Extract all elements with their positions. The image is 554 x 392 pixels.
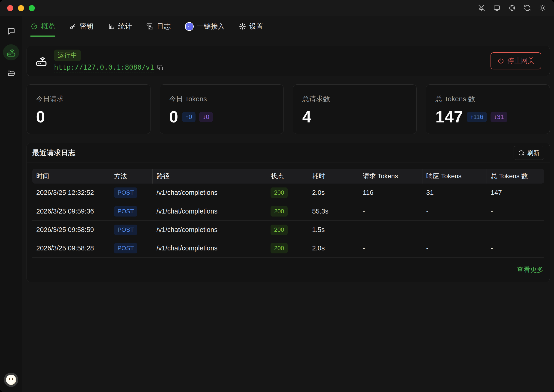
cell-prompt-tokens: 116 <box>359 183 422 202</box>
refresh-button[interactable]: 刷新 <box>514 146 544 160</box>
key-icon <box>69 23 76 30</box>
cell-prompt-tokens: - <box>359 220 422 239</box>
tab-quick-connect[interactable]: >_ 一键接入 <box>184 16 225 37</box>
sidebar-item-gateway[interactable] <box>3 44 19 60</box>
stat-label: 总 Tokens 数 <box>435 94 540 104</box>
logs-table: 时间 方法 路径 状态 耗时 请求 Tokens 响应 Tokens 总 Tok… <box>32 169 544 258</box>
stat-label: 今日请求 <box>36 94 141 104</box>
folder-open-icon <box>7 69 15 78</box>
status-code-badge: 200 <box>271 243 287 253</box>
col-prompt-tokens: 请求 Tokens <box>359 169 422 183</box>
gauge-icon <box>31 23 38 30</box>
stat-label: 总请求数 <box>302 94 407 104</box>
tab-label: 一键接入 <box>197 22 225 31</box>
cell-prompt-tokens: - <box>359 202 422 220</box>
col-path: 路径 <box>153 169 267 183</box>
stat-card-total-tokens: 总 Tokens 数 147 ↑116 ↓31 <box>426 84 550 134</box>
sidebar-item-chat[interactable] <box>3 23 19 39</box>
cell-status: 200 <box>267 202 308 220</box>
copy-icon[interactable] <box>157 64 164 71</box>
table-row[interactable]: 2026/3/25 09:59:36 POST /v1/chat/complet… <box>32 202 544 220</box>
cell-duration: 2.0s <box>308 239 359 257</box>
zoom-button[interactable] <box>29 5 35 11</box>
tab-label: 概览 <box>41 22 55 31</box>
status-code-badge: 200 <box>271 206 287 217</box>
cell-method: POST <box>110 183 153 202</box>
cell-method: POST <box>110 239 153 257</box>
completion-tokens-pill: ↓31 <box>490 112 508 122</box>
cell-path: /v1/chat/completions <box>153 202 267 220</box>
table-row[interactable]: 2026/3/25 09:58:28 POST /v1/chat/complet… <box>32 239 544 257</box>
col-total-tokens: 总 Tokens 数 <box>487 169 544 183</box>
table-row[interactable]: 2026/3/25 12:32:52 POST /v1/chat/complet… <box>32 183 544 202</box>
cell-status: 200 <box>267 183 308 202</box>
col-time: 时间 <box>32 169 110 183</box>
scroll-icon <box>146 23 153 30</box>
tab-bar: 概览 密钥 统计 日志 <box>22 16 554 37</box>
sidebar <box>0 16 22 392</box>
globe-icon[interactable] <box>509 4 516 12</box>
cell-total-tokens: 147 <box>487 183 544 202</box>
gear-icon <box>239 23 246 30</box>
method-badge: POST <box>114 243 137 253</box>
main-content: 概览 密钥 统计 日志 <box>22 16 554 392</box>
tab-settings[interactable]: 设置 <box>238 16 264 37</box>
cell-duration: 2.0s <box>308 183 359 202</box>
tab-stats[interactable]: 统计 <box>107 16 132 37</box>
pin-off-icon[interactable] <box>478 4 485 12</box>
stat-value: 147 <box>435 109 463 125</box>
cell-path: /v1/chat/completions <box>153 183 267 202</box>
stat-card-today-tokens: 今日 Tokens 0 ↑0 ↓0 <box>160 84 284 134</box>
terminal-logo-icon: >_ <box>185 22 194 31</box>
stat-cards: 今日请求 0 今日 Tokens 0 ↑0 ↓0 总请求数 <box>27 84 550 134</box>
table-row[interactable]: 2026/3/25 09:58:59 POST /v1/chat/complet… <box>32 220 544 239</box>
monitor-icon[interactable] <box>493 4 500 12</box>
method-badge: POST <box>114 206 137 217</box>
cell-duration: 55.3s <box>308 202 359 220</box>
status-badge: 运行中 <box>54 49 81 61</box>
method-badge: POST <box>114 188 137 198</box>
stop-gateway-label: 停止网关 <box>508 56 534 65</box>
app-window: 概览 密钥 统计 日志 <box>0 0 554 392</box>
tab-overview[interactable]: 概览 <box>30 16 55 37</box>
sidebar-item-files[interactable] <box>3 65 19 82</box>
power-icon <box>497 57 504 64</box>
cell-total-tokens: - <box>487 239 544 257</box>
traffic-lights <box>7 5 35 11</box>
view-more-link[interactable]: 查看更多 <box>517 265 544 274</box>
sync-icon[interactable] <box>524 4 531 12</box>
refresh-icon <box>518 150 524 156</box>
cell-prompt-tokens: - <box>359 239 422 257</box>
tab-label: 设置 <box>249 22 263 31</box>
gear-icon[interactable] <box>539 4 546 12</box>
stat-label: 今日 Tokens <box>169 94 274 104</box>
recent-logs-panel: 最近请求日志 刷新 <box>27 143 550 282</box>
cell-method: POST <box>110 202 153 220</box>
tab-label: 统计 <box>118 22 132 31</box>
bar-chart-icon <box>108 23 115 30</box>
avatar[interactable] <box>4 373 18 387</box>
col-completion-tokens: 响应 Tokens <box>422 169 487 183</box>
cell-time: 2026/3/25 09:58:28 <box>32 239 110 257</box>
minimize-button[interactable] <box>18 5 24 11</box>
chat-icon <box>7 27 15 35</box>
prompt-tokens-pill: ↑0 <box>182 112 196 122</box>
cell-completion-tokens: - <box>422 239 487 257</box>
close-button[interactable] <box>7 5 13 11</box>
gateway-url-link[interactable]: http://127.0.0.1:8080/v1 <box>54 63 154 72</box>
stat-value: 4 <box>302 109 312 125</box>
completion-tokens-pill: ↓0 <box>199 112 213 122</box>
cell-total-tokens: - <box>487 220 544 239</box>
cell-completion-tokens: - <box>422 202 487 220</box>
tab-label: 密钥 <box>80 22 94 31</box>
refresh-label: 刷新 <box>527 149 540 157</box>
tab-keys[interactable]: 密钥 <box>69 16 94 37</box>
tab-logs[interactable]: 日志 <box>146 16 171 37</box>
cell-path: /v1/chat/completions <box>153 220 267 239</box>
stat-card-today-requests: 今日请求 0 <box>27 84 151 134</box>
stop-gateway-button[interactable]: 停止网关 <box>490 52 541 70</box>
stat-value: 0 <box>36 109 45 125</box>
status-code-badge: 200 <box>271 188 287 198</box>
cell-completion-tokens: - <box>422 220 487 239</box>
prompt-tokens-pill: ↑116 <box>467 112 487 122</box>
